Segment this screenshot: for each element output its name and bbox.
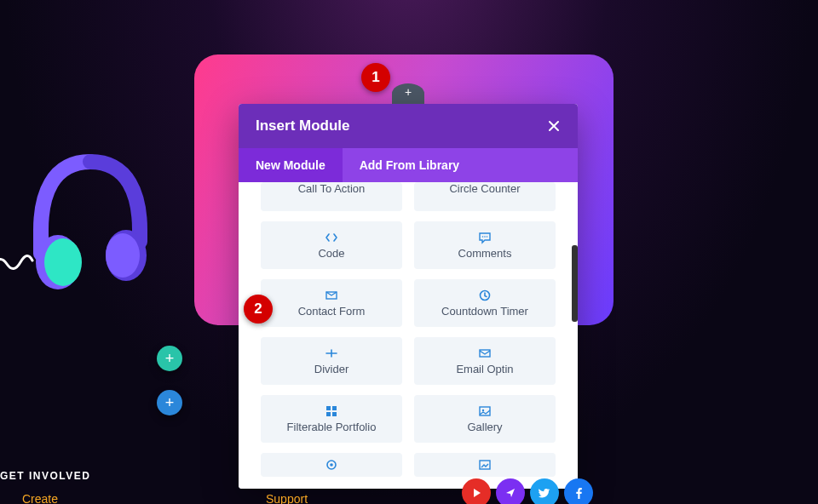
scrollbar-handle[interactable] [572,245,578,322]
clock-icon [478,289,492,302]
modal-title: Insert Module [256,117,350,135]
plus-icon: + [165,394,175,412]
svg-point-6 [484,236,486,238]
module-label: Contact Form [298,305,366,318]
divider-icon [325,346,338,360]
svg-rect-12 [332,406,337,410]
share-icon[interactable] [496,478,525,504]
envelope-icon [478,346,492,360]
module-filterable-portfolio[interactable]: Filterable Portfolio [261,395,402,443]
module-label: Code [318,247,344,260]
module-label: Filterable Portfolio [287,421,377,433]
picture-icon [478,458,492,472]
twitter-icon[interactable] [530,478,559,504]
comment-icon [478,231,492,244]
module-label: Countdown Timer [441,305,528,318]
module-label: Divider [314,363,349,375]
module-countdown-timer[interactable]: Countdown Timer [414,279,556,327]
grid-icon [325,404,338,418]
module-gallery[interactable]: Gallery [414,395,556,443]
close-icon[interactable] [547,119,561,133]
modal-header: Insert Module [239,104,578,148]
add-section-tab[interactable]: + [392,83,424,104]
footer-link-create[interactable]: Create [22,492,58,504]
annotation-badge-1: 1 [361,63,390,92]
add-row-button[interactable]: + [157,346,182,371]
module-contact-form[interactable]: Contact Form [261,279,402,327]
module-label: Circle Counter [449,182,520,195]
plus-icon: + [165,350,175,368]
youtube-icon[interactable] [462,478,491,504]
module-email-optin[interactable]: Email Optin [414,337,556,385]
footer-link-support[interactable]: Support [266,492,308,504]
footer-heading: GET INVOLVED [0,470,90,482]
svg-point-5 [482,236,484,238]
target-icon [325,458,338,472]
annotation-text: 2 [254,301,262,318]
module-comments[interactable]: Comments [414,221,556,269]
svg-rect-10 [480,350,490,357]
svg-marker-20 [474,489,481,497]
svg-rect-19 [480,461,490,469]
svg-point-18 [330,463,333,467]
tab-add-from-library[interactable]: Add From Library [343,148,578,182]
svg-point-3 [44,238,82,286]
annotation-text: 1 [372,69,379,86]
headphones-illustration [31,153,150,298]
tab-new-module[interactable]: New Module [239,148,343,182]
annotation-badge-2: 2 [244,295,273,324]
mail-icon [325,289,338,302]
insert-module-modal: Insert Module New Module Add From Librar… [239,104,578,489]
module-call-to-action[interactable]: Call To Action [261,182,402,211]
module-divider[interactable]: Divider [261,337,402,385]
svg-rect-13 [326,412,331,416]
add-section-button[interactable]: + [157,390,182,415]
svg-point-7 [487,236,488,238]
module-target[interactable] [261,453,402,477]
code-icon [325,231,338,244]
svg-point-1 [106,233,140,278]
modal-body: Call To ActionCircle CounterCodeComments… [239,182,578,489]
image-icon [478,404,492,418]
facebook-icon[interactable] [564,478,593,504]
module-code[interactable]: Code [261,221,402,269]
social-row [462,478,593,504]
svg-rect-14 [332,412,337,416]
plus-icon: + [405,85,412,99]
module-picture[interactable] [414,453,556,477]
svg-rect-11 [326,406,331,410]
module-label: Comments [458,247,512,260]
module-label: Call To Action [298,182,366,195]
module-label: Gallery [467,421,502,433]
modal-tabs: New Module Add From Library [239,148,578,182]
decorative-squiggle [0,249,34,274]
module-circle-counter[interactable]: Circle Counter [414,182,556,211]
svg-point-16 [482,410,484,411]
module-label: Email Optin [456,363,513,375]
